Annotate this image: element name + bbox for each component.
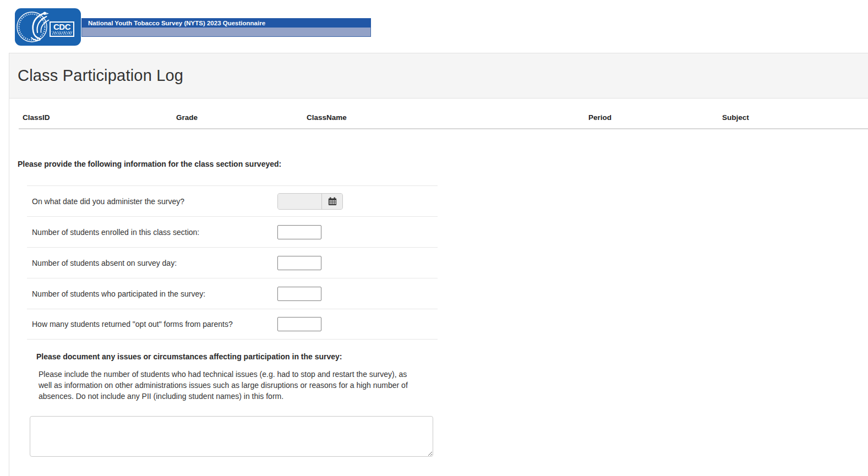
questions-list: On what date did you administer the surv… [27,185,438,340]
column-header-classid: ClassID [19,113,172,122]
cdc-logo: CDC [15,8,81,46]
question-row: Number of students absent on survey day: [27,247,438,278]
banner-title-bar: National Youth Tobacco Survey (NYTS) 202… [81,18,371,28]
cdc-logo-text: CDC [53,23,70,31]
cdc-logo-box: CDC [50,21,74,37]
question-row: Number of students who participated in t… [27,278,438,309]
question-row: How many students returned "opt out" for… [27,309,438,340]
optout-forms-count-input[interactable] [277,317,321,331]
site-header: CDC National Youth Tobacco Survey (NYTS)… [0,0,868,53]
question-label: Number of students absent on survey day: [32,259,177,267]
absent-count-input[interactable] [277,256,321,270]
content-card: Class Participation Log ClassID Grade Cl… [9,53,868,476]
question-label: Number of students who participated in t… [32,289,205,298]
issues-textarea[interactable] [30,416,433,457]
page-title: Class Participation Log [18,67,183,85]
survey-date-input[interactable] [278,194,322,209]
app-banner: National Youth Tobacco Survey (NYTS) 202… [81,18,371,37]
cdc-logo-hatch [52,31,72,35]
calendar-icon [328,197,337,206]
enrolled-count-input[interactable] [277,225,321,239]
banner-subbar [81,28,371,37]
participated-count-input[interactable] [277,287,321,301]
column-header-grade: Grade [172,113,303,122]
card-header: Class Participation Log [9,53,868,99]
question-label: On what date did you administer the surv… [32,197,184,206]
question-row: Number of students enrolled in this clas… [27,216,438,247]
question-label: Number of students enrolled in this clas… [32,228,199,237]
class-table-header: ClassID Grade ClassName Period Subject [19,113,868,129]
issues-instructions: Please include the number of students wh… [39,369,422,402]
banner-title: National Youth Tobacco Survey (NYTS) 202… [88,20,265,26]
issues-heading: Please document any issues or circumstan… [36,352,868,361]
date-input-group [277,193,343,210]
calendar-button[interactable] [322,194,342,209]
question-label: How many students returned "opt out" for… [32,320,233,329]
question-row: On what date did you administer the surv… [27,185,438,216]
column-header-classname: ClassName [303,113,585,122]
card-body: ClassID Grade ClassName Period Subject P… [9,113,868,457]
column-header-subject: Subject [718,113,868,122]
section-heading: Please provide the following information… [18,160,868,168]
column-header-period: Period [585,113,718,122]
